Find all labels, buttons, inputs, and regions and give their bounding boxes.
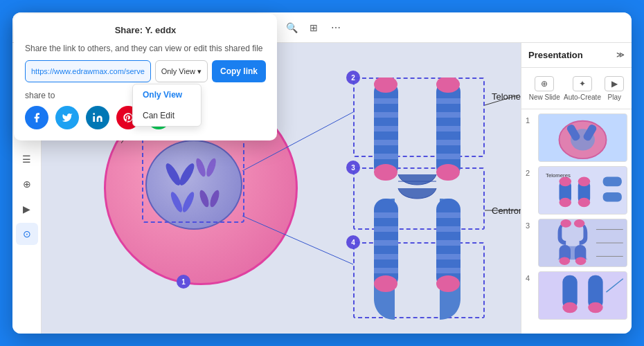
- presentation-title: Presentation: [528, 50, 583, 60]
- play-label: Play: [608, 93, 621, 101]
- slide-number-1: 1: [526, 113, 534, 125]
- play-icon: ▶: [605, 76, 624, 91]
- svg-rect-27: [374, 226, 398, 232]
- svg-rect-18: [436, 98, 460, 104]
- svg-rect-68: [539, 272, 626, 319]
- twitter-share-button[interactable]: [55, 106, 79, 129]
- auto-create-icon: ✦: [573, 76, 592, 91]
- svg-point-72: [588, 302, 602, 313]
- slide-item-4[interactable]: 4: [526, 271, 627, 320]
- svg-rect-35: [436, 240, 460, 246]
- telomeres-label: Telomeres: [492, 91, 521, 102]
- svg-rect-21: [436, 140, 460, 145]
- svg-point-55: [578, 198, 590, 208]
- svg-point-74: [93, 113, 95, 115]
- slide-thumb-1: [538, 113, 627, 162]
- share-modal: Share: Y. eddx Share the link to others,…: [14, 14, 277, 140]
- slide-thumb-3: [538, 219, 627, 267]
- sidebar-menu-icon[interactable]: ☰: [16, 148, 38, 170]
- svg-rect-22: [436, 154, 460, 159]
- svg-rect-33: [436, 212, 460, 218]
- modal-description: Share the link to others, and they can v…: [25, 44, 266, 53]
- new-slide-icon: ⊕: [535, 76, 554, 91]
- chromosome-svg: [339, 78, 499, 327]
- svg-point-54: [578, 177, 590, 187]
- svg-rect-36: [436, 254, 460, 260]
- svg-rect-28: [374, 240, 398, 246]
- slide-number-2: 2: [526, 166, 534, 177]
- link-input[interactable]: [25, 60, 151, 82]
- modal-link-row: Only View ▾ Copy link Only View Can Edit: [25, 60, 266, 82]
- svg-point-24: [436, 164, 460, 181]
- auto-create-label: Auto-Create: [564, 93, 601, 101]
- badge-1: 1: [177, 275, 190, 289]
- slide-number-3: 3: [526, 219, 534, 230]
- slide-item-3[interactable]: 3: [526, 219, 627, 267]
- cell-selection-box: [142, 136, 244, 223]
- right-panel-header: Presentation ≫: [521, 43, 632, 68]
- new-slide-tab[interactable]: ⊕ New Slide: [529, 76, 560, 101]
- svg-rect-11: [374, 112, 398, 118]
- centromere-label: Centromere: [492, 206, 521, 216]
- slide-thumb-4: [538, 271, 627, 320]
- svg-point-64: [575, 257, 587, 265]
- panel-collapse-icon[interactable]: ≫: [616, 51, 625, 60]
- right-panel: Presentation ≫ ⊕ New Slide ✦ Auto-Create…: [521, 43, 632, 334]
- slide-item-2[interactable]: 2 Telomeres: [526, 166, 627, 215]
- play-tab[interactable]: ▶ Play: [605, 76, 624, 101]
- svg-point-63: [560, 257, 571, 265]
- svg-point-59: [560, 219, 571, 228]
- svg-rect-29: [374, 254, 398, 260]
- svg-point-60: [574, 219, 585, 228]
- copy-link-button[interactable]: Copy link: [212, 60, 266, 82]
- svg-rect-30: [374, 268, 398, 273]
- slide-number-4: 4: [526, 271, 534, 282]
- modal-title: Share: Y. eddx: [25, 25, 266, 35]
- slide-thumb-2: Telomeres: [538, 166, 627, 215]
- svg-rect-10: [374, 98, 398, 104]
- svg-rect-19: [436, 112, 460, 118]
- permission-label: Only View: [161, 67, 195, 75]
- svg-point-31: [374, 275, 397, 292]
- sidebar-add-icon[interactable]: ⊕: [16, 173, 38, 195]
- slide-list: 1 2: [521, 109, 632, 334]
- permission-button[interactable]: Only View ▾: [155, 60, 208, 82]
- svg-rect-14: [374, 154, 398, 159]
- dropdown-only-view[interactable]: Only View: [133, 84, 201, 105]
- toolbar-grid-icon[interactable]: ⊞: [304, 18, 323, 37]
- svg-rect-13: [374, 140, 398, 145]
- linkedin-share-button[interactable]: [86, 106, 109, 129]
- dropdown-can-edit[interactable]: Can Edit: [133, 105, 201, 126]
- permission-dropdown: Only View Can Edit: [132, 84, 202, 127]
- svg-rect-37: [436, 268, 460, 273]
- panel-tabs: ⊕ New Slide ✦ Auto-Create ▶ Play: [521, 68, 632, 109]
- auto-create-tab[interactable]: ✦ Auto-Create: [564, 76, 601, 101]
- slide-item-1[interactable]: 1: [526, 113, 627, 162]
- toolbar-more-icon[interactable]: ⋯: [326, 18, 346, 37]
- svg-rect-20: [436, 126, 460, 131]
- svg-rect-26: [374, 212, 398, 218]
- svg-rect-12: [374, 126, 398, 131]
- svg-point-16: [374, 164, 397, 181]
- svg-rect-56: [603, 177, 622, 187]
- permission-chevron-icon: ▾: [197, 67, 202, 76]
- sidebar-present-icon[interactable]: ⊙: [16, 223, 38, 245]
- svg-rect-34: [436, 226, 460, 232]
- svg-point-52: [560, 198, 571, 208]
- svg-point-38: [436, 275, 460, 292]
- toolbar-zoom-icon[interactable]: 🔍: [282, 18, 301, 37]
- svg-point-51: [560, 177, 571, 187]
- facebook-share-button[interactable]: [25, 106, 48, 129]
- svg-point-70: [562, 302, 577, 313]
- sidebar-play-icon[interactable]: ▶: [16, 198, 38, 220]
- svg-rect-57: [603, 192, 622, 202]
- new-slide-label: New Slide: [529, 93, 560, 101]
